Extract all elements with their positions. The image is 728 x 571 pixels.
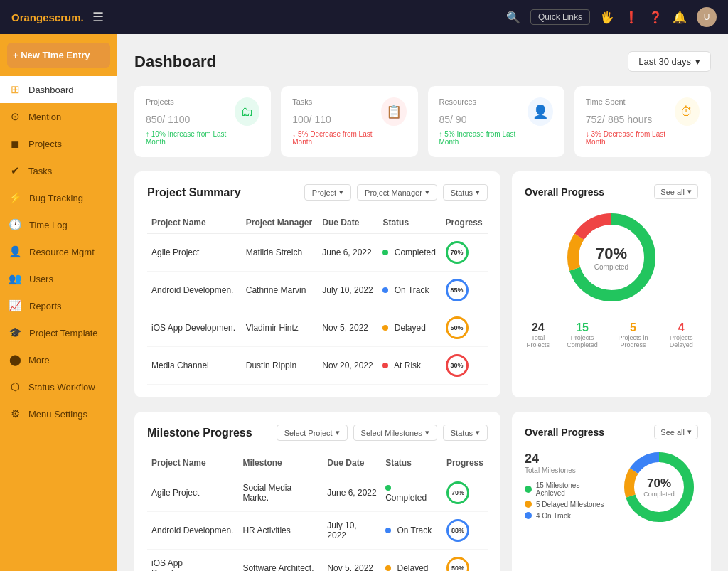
sidebar-item-reports[interactable]: 📈 Reports [0,292,117,319]
status-dot [385,565,391,571]
col-status: Status [378,212,441,234]
table-row: Agile Project Social Media Marke. June 6… [147,474,488,512]
sidebar-item-project-template[interactable]: 🎓 Project Template [0,319,117,346]
stat-card-resources: Resources 85/ 90 ↑ 5% Increase from Last… [428,86,564,157]
sidebar-item-resource-mgmt[interactable]: 👤 Resource Mgmt [0,238,117,265]
milestone-table: Project Name Milestone Due Date Status P… [147,452,488,571]
table-row: Media Channel Dustin Rippin Nov 20, 2022… [147,347,488,385]
milestone-see-all-button[interactable]: See all ▾ [654,425,698,439]
table-row: Android Developmen. Cathrine Marvin July… [147,272,488,309]
cell-progress: 88% [442,512,488,550]
status-filter-button[interactable]: Status ▾ [443,184,488,201]
cell-due-date: July 10, 2022 [323,512,381,550]
in-progress-value: 5 [613,321,653,334]
sidebar-item-mention[interactable]: ⊙ Mention [0,103,117,130]
ms-col-progress: Progress [442,452,488,474]
status-dot [385,528,391,533]
stat-label-projects: Projects [146,97,235,106]
hamburger-icon[interactable]: ☰ [92,9,104,25]
sidebar-item-time-log[interactable]: 🕐 Time Log [0,211,117,238]
status-dot [382,363,388,368]
stat-change-resources: ↑ 5% Increase from Last Month [439,130,528,146]
sidebar-item-label: Status Workflow [28,382,95,393]
milestone-header: Milestone Progress Select Project ▾ Sele… [147,425,488,441]
sidebar-item-label: More [28,355,50,365]
main-content: Dashboard Last 30 days ▾ Projects 850/ 1… [117,34,728,571]
overall-progress-header: Overall Progress See all ▾ [525,184,698,199]
project-summary-card: Project Summary Project ▾ Project Manage… [134,171,500,397]
select-milestones-filter-button[interactable]: Select Milestones ▾ [353,425,437,441]
see-all-button[interactable]: See all ▾ [654,184,698,199]
status-text: Completed [385,493,427,503]
cell-progress: 70% [442,474,488,512]
cell-due-date: Nov 5, 2022 [323,550,381,572]
progress-circle: 70% [446,241,469,264]
cell-col2: Software Architect. [238,550,323,572]
search-icon[interactable]: 🔍 [506,11,520,24]
cell-due-date: July 10, 2022 [318,272,378,309]
sidebar-item-menu-settings[interactable]: ⚙ Menu Settings [0,400,117,427]
stat-card-projects: Projects 850/ 1100 ↑ 10% Increase from L… [134,86,271,157]
status-text: Delayed [395,323,426,333]
status-dot [382,325,388,331]
status-text: Delayed [397,563,428,571]
milestone-total-label: Total Milestones [525,466,609,474]
select-project-filter-button[interactable]: Select Project ▾ [277,425,348,441]
help-icon[interactable]: ❓ [648,11,663,24]
cell-progress: 85% [441,272,488,309]
sidebar-item-projects[interactable]: ◼ Projects [0,130,117,157]
cell-status: Completed [378,234,441,272]
resources-stat-icon: 👤 [528,97,553,126]
cell-progress: 30% [441,347,488,385]
topnav: Orangescrum. ☰ 🔍 Quick Links 🖐 ❗ ❓ 🔔 U [0,0,728,34]
sidebar-item-bug-tracking[interactable]: ⚡ Bug Tracking [0,184,117,211]
milestone-donut-chart: 70% Completed [620,448,698,526]
milestone-overall-header: Overall Progress See all ▾ [525,425,698,439]
date-filter-button[interactable]: Last 30 days ▾ [628,51,711,72]
mention-icon: ⊙ [9,110,21,123]
overall-progress-card: Overall Progress See all ▾ [512,171,711,397]
project-manager-filter-button[interactable]: Project Manager ▾ [357,184,437,201]
settings-icon: ⚙ [9,407,21,420]
stat-label-resources: Resources [439,97,528,106]
topnav-right: 🔍 Quick Links 🖐 ❗ ❓ 🔔 U [506,7,717,27]
stat-card-time-spent: Time Spent 752/ 885 hours ↓ 3% Decrease … [574,86,711,157]
overall-donut-chart: 70% Completed [562,208,661,307]
cell-status: On Track [381,512,442,550]
cell-progress: 70% [441,234,488,272]
bell-icon[interactable]: 🔔 [673,11,687,24]
sidebar-item-tasks[interactable]: ✔ Tasks [0,157,117,184]
total-projects-stat: 24 Total Projects [525,321,552,348]
avatar[interactable]: U [697,7,717,27]
sidebar-item-label: Reports [29,301,62,311]
legend-dot [525,501,532,508]
project-summary-filters: Project ▾ Project Manager ▾ Status ▾ [304,184,488,201]
ms-col-status: Status [381,452,442,474]
status-text: On Track [397,525,432,535]
legend-label: 4 On Track [536,512,571,520]
sidebar-item-users[interactable]: 👥 Users [0,265,117,292]
project-filter-button[interactable]: Project ▾ [304,184,351,201]
in-progress-label: Projects in Progress [613,334,653,348]
milestone-status-filter-button[interactable]: Status ▾ [443,425,488,441]
cell-col2: Dustin Rippin [242,347,318,385]
table-row: Agile Project Matilda Streich June 6, 20… [147,234,488,272]
quick-links-button[interactable]: Quick Links [530,9,590,25]
new-time-entry-button[interactable]: + New Time Entry [7,43,110,68]
table-row: iOS App Developmen. Software Architect. … [147,550,488,572]
sidebar-item-dashboard[interactable]: ⊞ Dashboard [0,76,117,103]
sidebar-item-label: Users [29,274,53,284]
template-icon: 🎓 [9,326,22,339]
cell-status: On Track [378,272,441,309]
sidebar-item-status-workflow[interactable]: ⬡ Status Workflow [0,373,117,400]
progress-circle: 30% [446,354,469,377]
ms-col-project-name: Project Name [147,452,238,474]
sidebar-item-more[interactable]: ⬤ More [0,346,117,373]
projects-icon: ◼ [9,137,21,150]
status-dot [382,287,388,293]
tasks-stat-icon: 📋 [381,97,406,126]
main-header: Dashboard Last 30 days ▾ [134,51,711,72]
alert-icon[interactable]: ❗ [624,11,638,24]
progress-circle: 70% [446,481,469,504]
hand-icon[interactable]: 🖐 [600,11,614,24]
